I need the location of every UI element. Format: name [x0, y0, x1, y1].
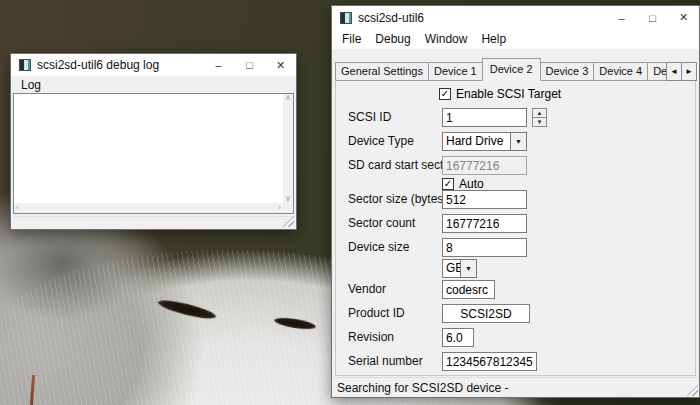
size-unit-value: GB: [443, 260, 460, 277]
device-2-panel: ✓ Enable SCSI Target SCSI ID ▲ ▼ Device …: [335, 80, 696, 376]
check-icon: ✓: [441, 89, 449, 99]
auto-label: Auto: [459, 177, 484, 191]
tab-device-1[interactable]: Device 1: [428, 62, 483, 81]
spin-down-button[interactable]: ▼: [532, 117, 547, 127]
vendor-input[interactable]: [442, 280, 495, 299]
chevron-down-icon: ▼: [465, 265, 472, 272]
scroll-down-icon[interactable]: ∨: [285, 195, 291, 203]
resize-grip[interactable]: [281, 214, 294, 227]
log-textarea[interactable]: [14, 94, 283, 203]
close-icon: ✕: [276, 59, 285, 72]
tab-strip: General Settings Device 1 Device 2 Devic…: [335, 58, 667, 81]
tab-device-3[interactable]: Device 3: [540, 62, 595, 81]
scsi-id-label: SCSI ID: [348, 108, 391, 127]
sector-size-input[interactable]: [442, 190, 527, 209]
menu-window[interactable]: Window: [418, 30, 475, 48]
check-icon: ✓: [444, 179, 452, 189]
device-size-label: Device size: [348, 238, 409, 257]
log-textarea-frame: ∧ ∨ ‹ ›: [13, 93, 294, 214]
tab-device-4[interactable]: Device 4: [593, 62, 648, 81]
app-icon: [19, 59, 31, 71]
checkbox-box: ✓: [439, 88, 451, 100]
app-icon: [340, 12, 352, 24]
log-window-title: scsi2sd-util6 debug log: [37, 58, 159, 72]
scroll-up-icon[interactable]: ∧: [285, 94, 291, 102]
size-unit-dropdown[interactable]: GB ▼: [442, 259, 477, 278]
left-arrow-icon: ◄: [670, 67, 678, 76]
dropdown-button[interactable]: ▼: [460, 260, 476, 277]
serial-number-label: Serial number: [348, 352, 423, 371]
menu-log[interactable]: Log: [14, 76, 48, 94]
scrollbar-corner: [283, 203, 293, 213]
status-text: Searching for SCSI2SD device -: [337, 381, 508, 395]
serial-number-input[interactable]: [442, 352, 537, 371]
spin-down-icon: ▼: [537, 119, 543, 125]
sd-start-sector-label: SD card start sector: [348, 156, 454, 175]
menu-file[interactable]: File: [335, 30, 368, 48]
log-status-strip: [13, 216, 294, 227]
product-id-input[interactable]: [442, 304, 530, 323]
tab-device-2[interactable]: Device 2: [482, 58, 541, 81]
log-horizontal-scrollbar[interactable]: ‹ ›: [14, 203, 283, 213]
tab-device-5[interactable]: Device 5: [647, 62, 667, 81]
main-window: scsi2sd-util6 – □ ✕ File Debug Window He…: [331, 5, 700, 398]
main-titlebar[interactable]: scsi2sd-util6 – □ ✕: [332, 6, 699, 29]
log-menubar: Log: [11, 76, 296, 93]
client-area: General Settings Device 1 Device 2 Devic…: [332, 49, 699, 397]
maximize-icon: □: [246, 59, 253, 71]
dropdown-button[interactable]: ▼: [510, 133, 526, 150]
minimize-button[interactable]: –: [203, 54, 234, 76]
tab-general-settings[interactable]: General Settings: [335, 62, 429, 81]
close-icon: ✕: [679, 11, 688, 24]
sector-count-input[interactable]: [442, 214, 527, 233]
scsi-id-spinner[interactable]: ▲ ▼: [532, 108, 547, 127]
close-button[interactable]: ✕: [668, 6, 699, 29]
auto-checkbox[interactable]: ✓ Auto: [442, 176, 484, 191]
sector-size-label: Sector size (bytes): [348, 190, 447, 209]
revision-input[interactable]: [442, 328, 474, 347]
device-type-value: Hard Drive: [443, 133, 510, 150]
minimize-icon: –: [618, 12, 624, 24]
revision-label: Revision: [348, 328, 394, 347]
main-menubar: File Debug Window Help: [332, 29, 699, 49]
resize-grip[interactable]: [685, 383, 698, 396]
close-button[interactable]: ✕: [265, 54, 296, 76]
enable-scsi-target-label: Enable SCSI Target: [456, 87, 561, 101]
scroll-right-icon[interactable]: ›: [278, 204, 281, 212]
enable-scsi-target-checkbox[interactable]: ✓ Enable SCSI Target: [439, 86, 561, 101]
device-type-dropdown[interactable]: Hard Drive ▼: [442, 132, 527, 151]
menu-help[interactable]: Help: [474, 30, 513, 48]
minimize-icon: –: [215, 59, 221, 71]
debug-log-window: scsi2sd-util6 debug log – □ ✕ Log ∧ ∨ ‹ …: [10, 53, 297, 230]
checkbox-box: ✓: [442, 178, 454, 190]
spin-up-icon: ▲: [537, 110, 543, 116]
menu-debug[interactable]: Debug: [368, 30, 417, 48]
vendor-label: Vendor: [348, 280, 386, 299]
scroll-left-icon[interactable]: ‹: [16, 204, 19, 212]
maximize-button[interactable]: □: [234, 54, 265, 76]
scsi-id-input[interactable]: [442, 108, 527, 127]
maximize-button[interactable]: □: [637, 6, 668, 29]
product-id-label: Product ID: [348, 304, 405, 323]
sector-count-label: Sector count: [348, 214, 415, 233]
right-arrow-icon: ►: [685, 67, 693, 76]
log-vertical-scrollbar[interactable]: ∧ ∨: [283, 94, 293, 203]
tab-scroll-right-button[interactable]: ►: [681, 62, 697, 81]
chevron-down-icon: ▼: [515, 138, 522, 145]
tab-scroll-control: ◄ ►: [667, 62, 697, 81]
log-titlebar[interactable]: scsi2sd-util6 debug log – □ ✕: [11, 54, 296, 76]
maximize-icon: □: [649, 12, 656, 24]
device-type-label: Device Type: [348, 132, 414, 151]
minimize-button[interactable]: –: [606, 6, 637, 29]
sd-start-sector-input: [442, 156, 527, 175]
tab-scroll-left-button[interactable]: ◄: [666, 62, 682, 81]
main-window-title: scsi2sd-util6: [358, 11, 424, 25]
status-bar: Searching for SCSI2SD device -: [332, 377, 699, 397]
device-size-input[interactable]: [442, 238, 527, 257]
